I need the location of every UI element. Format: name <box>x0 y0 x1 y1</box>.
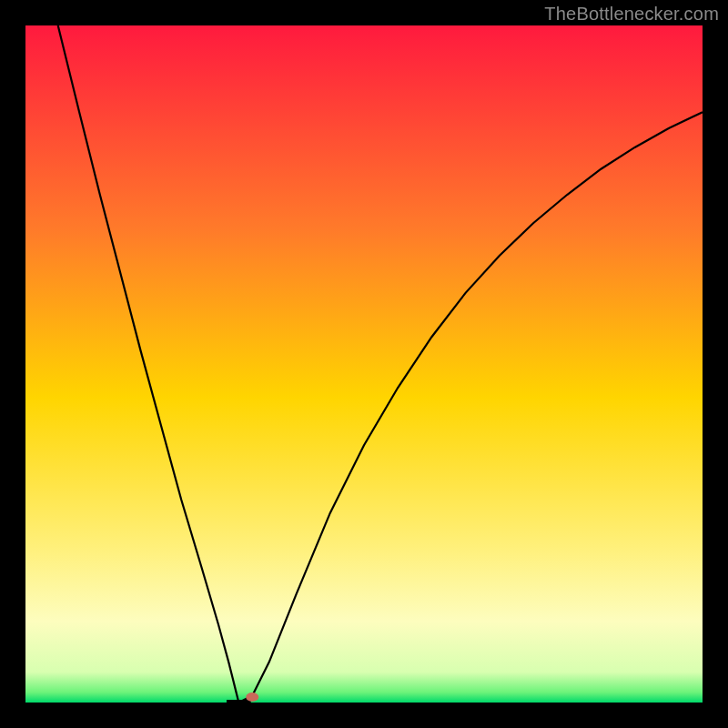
min-marker <box>246 693 258 702</box>
gradient-background <box>25 25 703 703</box>
plot-area <box>25 25 703 703</box>
watermark-text: TheBottlenecker.com <box>544 4 719 25</box>
chart-frame: TheBottlenecker.com <box>0 0 728 728</box>
plot-svg <box>25 25 703 703</box>
